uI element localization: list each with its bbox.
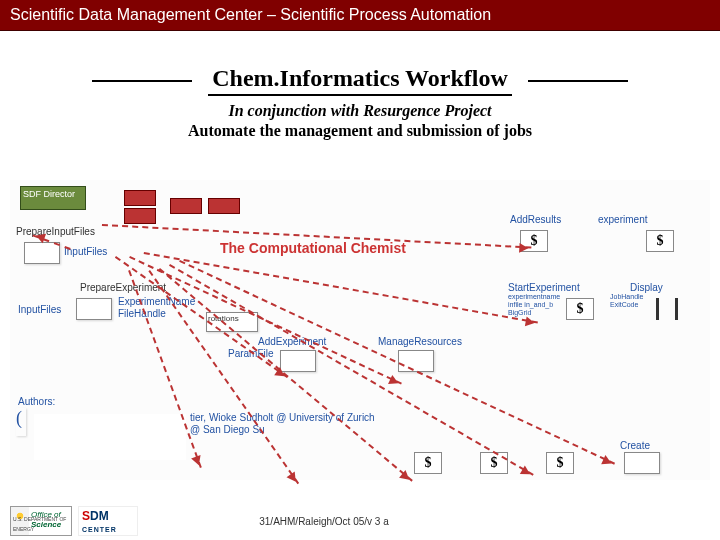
label-prepare-input: PrepareInputFiles (16, 226, 95, 237)
node (624, 452, 660, 474)
node (76, 298, 112, 320)
dollar-node: $ (646, 230, 674, 252)
sdf-director-node: SDF Director (20, 186, 86, 210)
rule-right (528, 80, 628, 82)
red-node (124, 190, 156, 206)
label-authors: Authors: (18, 396, 55, 407)
dollar-node: $ (480, 452, 508, 474)
footer: Office ofScience U.S. DEPARTMENT OF ENER… (0, 506, 720, 536)
header-text: Scientific Data Management Center – Scie… (10, 6, 491, 23)
dollar-node: $ (546, 452, 574, 474)
label-center: The Computational Chemist (220, 240, 406, 256)
red-node (170, 198, 202, 214)
dollar-node: $ (566, 298, 594, 320)
workflow-diagram: SDF Director PrepareInputFiles InputFile… (10, 180, 710, 480)
label-startexp-sub: experimentname infile in_and_b BigGrid (508, 293, 560, 317)
arrow (144, 252, 538, 323)
slide-description: Automate the management and submission o… (0, 122, 720, 140)
slide-subtitle: In conjunction with Resurgence Project (0, 102, 720, 120)
red-node (208, 198, 240, 214)
display-node (656, 298, 678, 320)
mask-box (34, 414, 186, 460)
node (280, 350, 316, 372)
label-manageres: ManageResources (378, 336, 462, 347)
arrow (169, 264, 534, 476)
slide-footnote: 31/AHM/Raleigh/Oct 05/v 3 a (68, 516, 580, 527)
label-addresults: AddResults (510, 214, 561, 225)
label-experiment: experiment (598, 214, 647, 225)
header-bar: Scientific Data Management Center – Scie… (0, 0, 720, 31)
red-node (124, 208, 156, 224)
office-of-science-logo: Office ofScience U.S. DEPARTMENT OF ENER… (10, 506, 72, 536)
brace-icon: ( (16, 408, 26, 436)
label-display-sub: JobHandle ExitCode (610, 293, 643, 309)
title-block: Chem.Informatics Workflow In conjunction… (0, 65, 720, 140)
label-create: Create (620, 440, 650, 451)
label-startexp: StartExperiment (508, 282, 580, 293)
node (24, 242, 60, 264)
label-display: Display (630, 282, 663, 293)
node (398, 350, 434, 372)
slide-title: Chem.Informatics Workflow (208, 65, 512, 96)
dollar-node: $ (414, 452, 442, 474)
label-inputfiles2: InputFiles (18, 304, 61, 315)
arrow (159, 268, 413, 482)
rule-left (92, 80, 192, 82)
